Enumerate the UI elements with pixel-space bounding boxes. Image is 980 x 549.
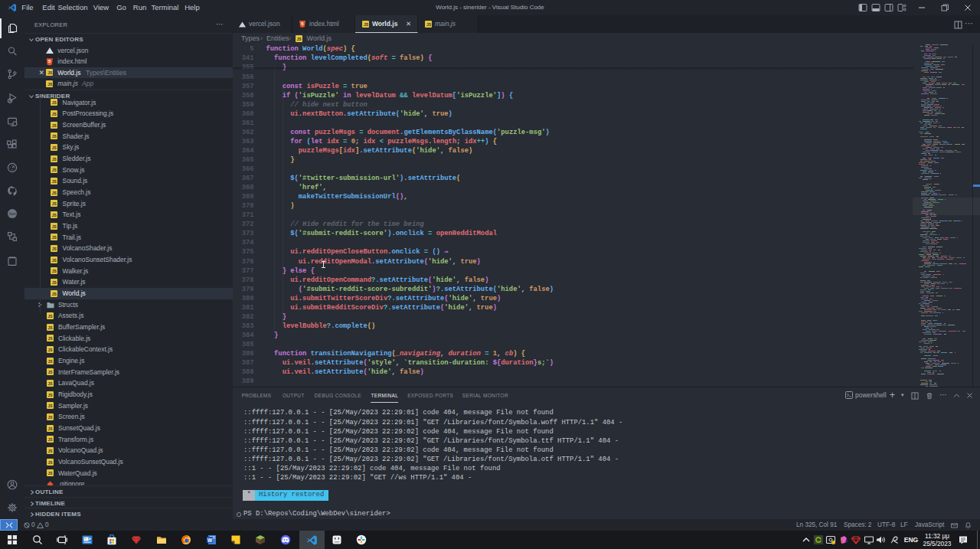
svg-text:Json: Json [8,212,16,216]
svg-text:W: W [207,538,213,543]
